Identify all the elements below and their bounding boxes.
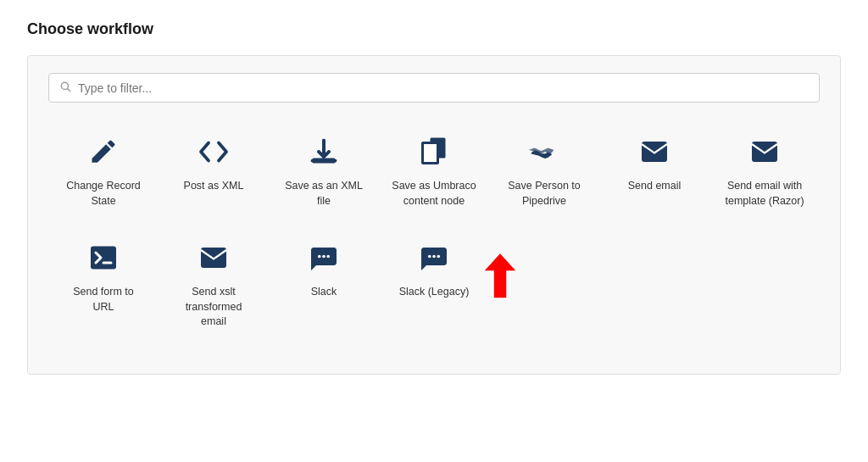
document-copy-icon — [415, 133, 453, 170]
svg-rect-7 — [642, 142, 667, 162]
download-icon — [305, 133, 342, 170]
workflow-item-save-umbraco[interactable]: Save as Umbracocontent node — [379, 123, 489, 219]
workflow-label: Save as an XMLfile — [285, 179, 363, 209]
workflow-item-save-as-xml[interactable]: Save as an XMLfile — [269, 123, 379, 219]
email-icon — [636, 133, 673, 170]
svg-rect-11 — [201, 248, 226, 268]
search-input[interactable] — [78, 81, 809, 95]
workflow-label: Send email withtemplate (Razor) — [725, 179, 804, 209]
chat-bubble-icon — [305, 239, 342, 276]
edit-icon — [85, 133, 122, 170]
terminal-icon — [85, 239, 122, 276]
chat-bubble-legacy-icon — [415, 239, 453, 276]
search-box[interactable] — [48, 73, 820, 103]
svg-rect-6 — [423, 143, 438, 164]
workflow-item-post-as-xml[interactable]: Post as XML — [159, 123, 269, 219]
svg-point-0 — [61, 82, 68, 89]
workflow-label: Send xslttransformedemail — [186, 285, 242, 330]
svg-point-12 — [318, 255, 321, 259]
workflow-row-1: Change RecordState Post as XML — [48, 123, 820, 219]
svg-point-15 — [428, 255, 431, 259]
workflow-item-send-xslt-email[interactable]: Send xslttransformedemail — [159, 229, 269, 340]
page: Choose workflow Change Rec — [0, 0, 868, 462]
svg-point-14 — [326, 255, 330, 259]
svg-point-17 — [437, 255, 440, 259]
svg-rect-8 — [752, 142, 777, 162]
svg-point-13 — [322, 255, 326, 259]
search-icon — [59, 81, 71, 95]
workflow-label: Change RecordState — [66, 179, 141, 209]
code-icon — [195, 133, 232, 170]
workflow-item-send-email-template[interactable]: Send email withtemplate (Razor) — [709, 123, 820, 219]
email-template-icon — [746, 133, 783, 170]
svg-rect-3 — [313, 159, 336, 164]
email-xslt-icon — [195, 239, 232, 276]
workflow-panel: Change RecordState Post as XML — [27, 55, 841, 375]
workflow-item-send-form-url[interactable]: Send form toURL — [48, 229, 159, 340]
workflow-item-slack[interactable]: Slack — [269, 229, 379, 340]
workflow-label: Post as XML — [184, 179, 244, 194]
svg-point-16 — [432, 255, 436, 259]
workflow-item-save-person-pipedrive[interactable]: Save Person toPipedrive — [489, 123, 599, 219]
workflow-label: Send form toURL — [73, 285, 134, 314]
svg-line-1 — [68, 89, 70, 92]
workflow-item-slack-legacy[interactable]: Slack (Legacy) — [379, 229, 489, 340]
workflow-label: Send email — [628, 179, 682, 194]
workflow-item-change-record-state[interactable]: Change RecordState — [48, 123, 159, 219]
page-title: Choose workflow — [27, 20, 841, 38]
workflow-label: Slack (Legacy) — [399, 285, 470, 300]
workflow-label: Slack — [311, 285, 337, 300]
workflow-label: Save as Umbracocontent node — [392, 179, 476, 209]
workflow-row-2: Send form toURL Send xslttransformedemai… — [48, 229, 820, 340]
handshake-icon — [526, 133, 563, 170]
workflow-label: Save Person toPipedrive — [508, 179, 580, 209]
svg-rect-9 — [91, 247, 116, 270]
workflow-item-send-email[interactable]: Send email — [599, 123, 709, 219]
